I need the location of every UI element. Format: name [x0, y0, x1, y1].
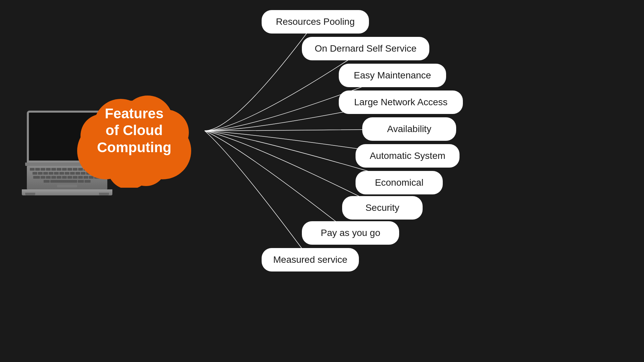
feature-label-large-network: Large Network Access [354, 97, 448, 108]
key [41, 176, 45, 179]
laptop-foot-right [99, 193, 109, 195]
key [51, 176, 56, 179]
feature-box-resources-pooling: Resources Pooling [262, 10, 369, 34]
feature-label-pay-as-you-go: Pay as you go [321, 228, 380, 238]
feature-box-measured-service: Measured service [262, 248, 359, 272]
feature-label-economical: Economical [375, 177, 424, 188]
main-container: Features of Cloud Computing Resources Po… [0, 0, 644, 362]
feature-label-availability: Availability [387, 124, 431, 134]
feature-box-economical: Economical [356, 171, 443, 194]
key [49, 172, 53, 175]
key [43, 172, 48, 175]
key [33, 172, 37, 175]
key [35, 168, 40, 171]
cloud-title: Features of Cloud Computing [80, 105, 188, 156]
feature-box-large-network: Large Network Access [339, 90, 463, 114]
key [46, 168, 51, 171]
key [46, 176, 51, 179]
key [44, 180, 50, 183]
cloud-shape: Features of Cloud Computing [62, 74, 206, 188]
key [33, 176, 40, 179]
cloud-title-line1: Features [105, 106, 163, 121]
key [41, 168, 45, 171]
key [51, 168, 56, 171]
feature-label-on-demand: On Dernard Self Service [315, 43, 416, 54]
cloud-title-line2: of Cloud [106, 123, 163, 138]
key [57, 176, 61, 179]
feature-box-easy-maintenance: Easy Maintenance [339, 64, 446, 87]
feature-label-security: Security [365, 202, 399, 213]
feature-label-resources-pooling: Resources Pooling [276, 16, 355, 27]
key [38, 172, 43, 175]
feature-box-on-demand: On Dernard Self Service [302, 37, 429, 60]
feature-box-availability: Availability [362, 117, 456, 141]
laptop-base [22, 189, 112, 195]
feature-box-security: Security [342, 196, 423, 220]
cloud-title-line3: Computing [97, 139, 171, 155]
key [30, 168, 35, 171]
key [54, 172, 59, 175]
laptop-foot-left [25, 193, 35, 195]
feature-box-pay-as-you-go: Pay as you go [302, 221, 399, 245]
feature-label-measured-service: Measured service [273, 254, 347, 265]
feature-label-easy-maintenance: Easy Maintenance [354, 70, 431, 81]
feature-box-automatic-system: Automatic System [356, 144, 460, 168]
key [57, 168, 61, 171]
feature-label-automatic-system: Automatic System [370, 150, 445, 161]
